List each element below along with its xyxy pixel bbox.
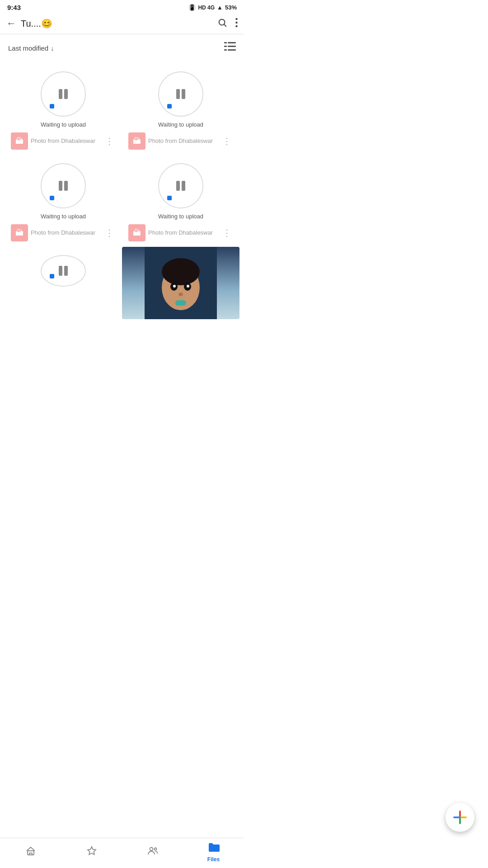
file-more-button[interactable]: ⋮ [221, 226, 233, 240]
status-icons: 📳 HD 4G ▲ 53% [188, 4, 237, 11]
svg-point-17 [187, 285, 189, 288]
progress-dot [167, 104, 172, 108]
svg-point-13 [162, 258, 200, 285]
upload-status-label: Waiting to upload [158, 213, 203, 220]
file-name: Photo from Dhabaleswar [31, 137, 100, 145]
file-item: Waiting to upload 🏔 Photo from Dhabalesw… [5, 63, 122, 155]
file-thumbnail: 🏔 [128, 224, 145, 241]
file-info-row: 🏔 Photo from Dhabaleswar ⋮ [127, 224, 235, 241]
sort-label-text: Last modified [8, 44, 48, 52]
upload-progress-circle [158, 163, 203, 208]
pause-icon [59, 266, 68, 276]
app-bar-actions [217, 18, 238, 29]
file-more-button[interactable]: ⋮ [221, 134, 233, 148]
file-name: Photo from Dhabaleswar [31, 229, 100, 237]
pause-icon [176, 89, 185, 99]
image-icon: 🏔 [133, 137, 141, 146]
svg-rect-9 [224, 49, 227, 51]
app-bar: ← Tu....😊 [0, 13, 244, 34]
upload-progress-circle [158, 71, 203, 117]
upload-progress-circle [41, 163, 86, 208]
upload-status-label: Waiting to upload [41, 213, 86, 220]
file-name: Photo from Dhabaleswar [148, 137, 218, 145]
image-icon: 🏔 [133, 228, 141, 238]
svg-rect-8 [228, 46, 236, 47]
upload-progress-circle [41, 71, 86, 117]
file-item: Waiting to upload 🏔 Photo from Dhabalesw… [122, 155, 239, 247]
file-info-row: 🏔 Photo from Dhabaleswar ⋮ [127, 132, 235, 150]
image-icon: 🏔 [15, 137, 23, 146]
pause-icon [176, 181, 185, 191]
file-thumbnail: 🏔 [128, 132, 145, 150]
svg-point-3 [235, 22, 237, 24]
svg-rect-19 [175, 300, 186, 306]
file-thumbnail: 🏔 [11, 224, 28, 241]
svg-rect-5 [224, 42, 227, 43]
svg-point-16 [173, 285, 176, 288]
progress-dot [50, 104, 54, 108]
progress-dot [50, 196, 54, 200]
file-grid: Waiting to upload 🏔 Photo from Dhabalesw… [0, 59, 244, 355]
upload-progress-circle [41, 255, 86, 287]
status-bar: 9:43 📳 HD 4G ▲ 53% [0, 0, 244, 13]
svg-rect-7 [224, 46, 227, 47]
file-info-row: 🏔 Photo from Dhabaleswar ⋮ [9, 224, 117, 241]
more-button[interactable] [235, 18, 238, 29]
signal-icon: ▲ [217, 4, 223, 11]
file-item-photo [122, 247, 239, 319]
file-thumbnail: 🏔 [11, 132, 28, 150]
app-bar-title: Tu....😊 [21, 18, 217, 29]
file-item-partial [5, 247, 122, 292]
network-label: HD 4G [198, 5, 215, 11]
file-more-button[interactable]: ⋮ [103, 226, 116, 240]
image-icon: 🏔 [15, 228, 23, 238]
sort-bar: Last modified ↓ [0, 34, 244, 59]
svg-point-4 [235, 25, 237, 27]
file-item: Waiting to upload 🏔 Photo from Dhabalesw… [122, 63, 239, 155]
battery-label: 53% [225, 4, 237, 11]
vibrate-icon: 📳 [188, 4, 196, 11]
file-name: Photo from Dhabaleswar [148, 229, 218, 237]
search-button[interactable] [217, 18, 227, 29]
pause-icon [59, 181, 68, 191]
svg-rect-10 [228, 49, 236, 51]
sort-arrow: ↓ [51, 44, 54, 52]
list-view-button[interactable] [224, 42, 236, 54]
svg-rect-6 [228, 42, 236, 43]
photo-thumbnail [122, 247, 239, 319]
upload-status-label: Waiting to upload [158, 121, 203, 128]
svg-line-1 [224, 24, 226, 26]
svg-point-18 [178, 292, 183, 296]
file-item: Waiting to upload 🏔 Photo from Dhabalesw… [5, 155, 122, 247]
status-time: 9:43 [7, 4, 21, 11]
progress-dot [167, 196, 172, 200]
file-more-button[interactable]: ⋮ [103, 134, 116, 148]
face-illustration [145, 247, 217, 319]
pause-icon [59, 89, 68, 99]
svg-point-2 [235, 18, 237, 20]
sort-button[interactable]: Last modified ↓ [8, 44, 54, 52]
back-button[interactable]: ← [6, 19, 16, 28]
progress-dot [50, 274, 54, 278]
file-info-row: 🏔 Photo from Dhabaleswar ⋮ [9, 132, 117, 150]
upload-status-label: Waiting to upload [41, 121, 86, 128]
